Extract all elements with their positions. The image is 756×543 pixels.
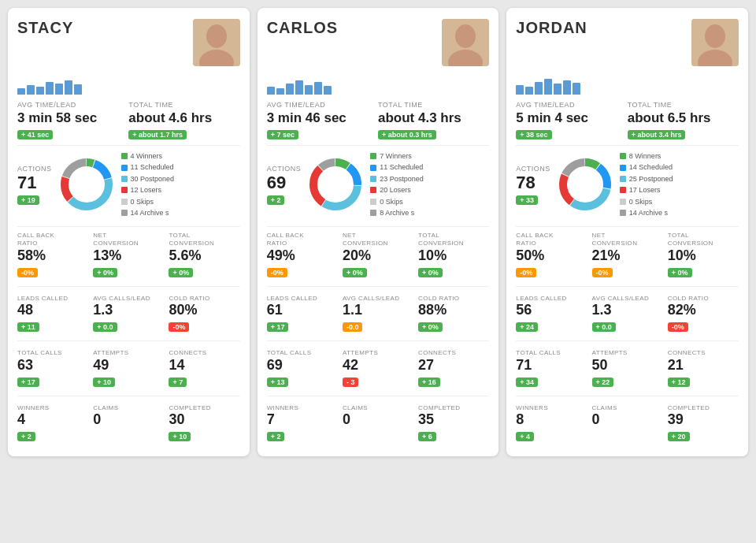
- stat-badge: + 20: [668, 432, 690, 441]
- stat-badge: + 0.0: [592, 322, 616, 332]
- stat-block-9: WINNERS4+ 2: [17, 404, 88, 443]
- time-badge: + about 0.3 hrs: [378, 130, 436, 139]
- legend-item: 14 Scheduled: [620, 162, 673, 173]
- stat-block-8: CONNECTS21+ 12: [668, 349, 739, 388]
- time-value: 3 min 46 sec: [267, 110, 378, 126]
- mini-bar: [74, 84, 82, 95]
- mini-bar: [295, 80, 303, 95]
- stat-badge: -0%: [668, 322, 688, 332]
- total-time-block: TOTAL TIMEabout 6.5 hrs+ about 3.4 hrs: [628, 101, 739, 140]
- legend-item: 8 Winners: [620, 151, 673, 162]
- stat-block-10: CLAIMS0: [343, 404, 413, 443]
- stat-badge: -0%: [267, 268, 287, 277]
- legend-label: 0 Skips: [380, 196, 403, 207]
- legend-dot: [121, 153, 128, 159]
- stat-badge: -0%: [169, 322, 189, 332]
- stat-value: 27: [418, 357, 489, 374]
- actions-badge: + 19: [17, 195, 39, 205]
- time-value: about 4.3 hrs: [378, 110, 489, 126]
- stat-block-2: TOTAL CONVERSION5.6%+ 0%: [169, 232, 239, 277]
- stat-badge: + 16: [418, 377, 440, 387]
- stat-block-3: LEADS CALLED48+ 11: [17, 295, 88, 333]
- mini-bar: [27, 85, 35, 95]
- stats-grid: CALL BACK RATIO58%-0%NET CONVERSION13%+ …: [17, 232, 240, 442]
- legend-dot: [370, 176, 376, 182]
- stat-value: 35: [418, 411, 489, 428]
- stat-badge: + 10: [169, 432, 191, 441]
- legend-item: 0 Skips: [121, 196, 175, 207]
- stat-value: 10%: [668, 247, 739, 264]
- legend-dot: [121, 165, 128, 171]
- legend-item: 0 Skips: [620, 196, 673, 207]
- mini-bar: [17, 88, 25, 95]
- legend-item: 25 Postponed: [620, 173, 673, 184]
- stat-label: COLD RATIO: [169, 295, 239, 303]
- stat-value: 88%: [418, 302, 489, 318]
- legend-dot: [370, 165, 376, 171]
- stat-value: 49%: [267, 247, 338, 264]
- stat-badge: + 2: [267, 432, 285, 441]
- mini-bar: [36, 87, 44, 95]
- stat-value: 56: [516, 302, 587, 318]
- stat-label: COMPLETED: [169, 404, 239, 412]
- actions-left: ACTIONS69+ 2: [267, 165, 302, 205]
- stat-value: 49: [93, 357, 164, 374]
- stat-value: 4: [17, 411, 88, 428]
- time-value: 3 min 58 sec: [17, 110, 128, 126]
- stat-block-8: CONNECTS27+ 16: [418, 349, 489, 388]
- stat-badge: + 0%: [169, 268, 193, 277]
- stats-grid: CALL BACK RATIO49%-0%NET CONVERSION20%+ …: [267, 232, 490, 442]
- stat-block-8: CONNECTS14+ 7: [169, 349, 239, 388]
- stat-badge: + 4: [516, 432, 534, 441]
- legend-label: 20 Losers: [380, 184, 411, 195]
- stat-block-11: COMPLETED30+ 10: [169, 404, 239, 443]
- card-jordan: JORDAN AVG TIME/LEAD5 min 4 sec+ 38 secT…: [506, 8, 748, 456]
- stat-block-7: ATTEMPTS49+ 10: [93, 349, 164, 388]
- stat-badge: + 11: [17, 322, 39, 332]
- mini-bar: [276, 88, 284, 95]
- legend-dot: [370, 153, 376, 159]
- stat-value: 5.6%: [169, 247, 239, 264]
- stat-value: 39: [668, 411, 739, 428]
- stat-badge: + 12: [668, 377, 690, 387]
- mini-bar-chart: [17, 73, 240, 95]
- stat-value: 1.3: [592, 302, 663, 318]
- stat-badge: + 0%: [343, 268, 367, 277]
- chart-legend: 8 Winners14 Scheduled25 Postponed17 Lose…: [620, 151, 673, 218]
- stat-badge: -0%: [17, 268, 38, 277]
- actions-section: ACTIONS69+ 27 Winners11 Scheduled23 Post…: [267, 151, 490, 218]
- stat-block-7: ATTEMPTS42- 3: [343, 349, 413, 388]
- legend-item: 30 Postponed: [121, 173, 175, 184]
- stat-label: TOTAL CONVERSION: [668, 232, 739, 247]
- stat-badge: -0%: [516, 268, 536, 277]
- stats-grid: CALL BACK RATIO50%-0%NET CONVERSION21%-0…: [516, 232, 739, 442]
- legend-item: 8 Archive s: [370, 207, 424, 218]
- time-value: about 4.6 hrs: [128, 110, 239, 126]
- stat-value: 42: [343, 357, 413, 374]
- stat-badge: + 0%: [418, 322, 443, 332]
- stat-block-10: CLAIMS0: [592, 404, 663, 443]
- mini-bar: [516, 85, 524, 95]
- stat-label: TOTAL CONVERSION: [418, 232, 489, 247]
- card-header: STACY: [17, 19, 240, 66]
- stat-label: WINNERS: [17, 404, 88, 412]
- stat-label: CONNECTS: [169, 349, 239, 357]
- stat-label: CONNECTS: [668, 349, 739, 357]
- stat-value: 20%: [343, 247, 413, 264]
- mini-bar: [46, 82, 54, 95]
- legend-dot: [620, 187, 626, 193]
- legend-label: 4 Winners: [131, 151, 163, 162]
- stat-block-5: COLD RATIO80%-0%: [169, 295, 239, 333]
- agent-name: STACY: [17, 19, 73, 37]
- time-label: TOTAL TIME: [628, 101, 739, 109]
- svg-point-19: [705, 24, 725, 48]
- actions-count: 71: [17, 173, 36, 193]
- legend-item: 7 Winners: [370, 151, 424, 162]
- avg-time-block: AVG TIME/LEAD3 min 58 sec+ 41 sec: [17, 101, 128, 140]
- donut-chart: [58, 156, 115, 213]
- stat-badge: + 7: [169, 377, 187, 387]
- stat-label: CLAIMS: [592, 404, 663, 412]
- legend-label: 11 Scheduled: [131, 162, 174, 173]
- agent-name: JORDAN: [516, 19, 587, 37]
- stat-value: 30: [169, 411, 239, 428]
